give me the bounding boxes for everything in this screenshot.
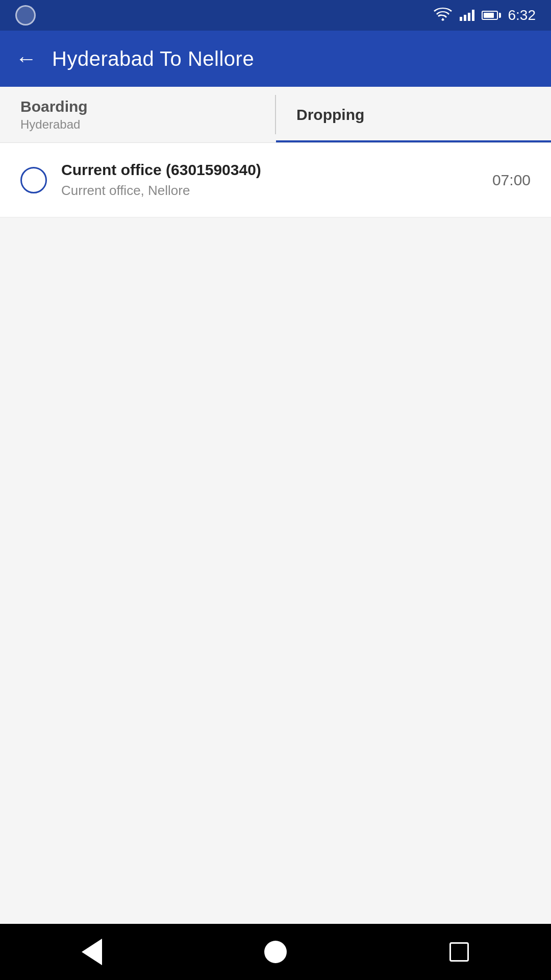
status-bar-left bbox=[15, 5, 36, 26]
status-bar-right: 6:32 bbox=[433, 7, 536, 24]
tab-dropping[interactable]: Dropping bbox=[276, 87, 551, 142]
battery-icon bbox=[482, 11, 501, 20]
radio-button[interactable] bbox=[20, 167, 47, 193]
tab-bar: Boarding Hyderabad Dropping bbox=[0, 87, 551, 143]
app-header: ← Hyderabad To Nellore bbox=[0, 31, 551, 87]
recents-square-icon bbox=[449, 942, 469, 962]
tab-boarding-label: Boarding bbox=[20, 98, 88, 115]
nav-recents-button[interactable] bbox=[445, 938, 473, 966]
dropping-point-info: Current office (6301590340) Current offi… bbox=[61, 161, 492, 199]
page-title: Hyderabad To Nellore bbox=[52, 47, 254, 70]
nav-home-button[interactable] bbox=[262, 938, 290, 966]
dropping-point-item[interactable]: Current office (6301590340) Current offi… bbox=[0, 143, 551, 217]
tab-boarding[interactable]: Boarding Hyderabad bbox=[0, 87, 275, 142]
dropping-point-time: 07:00 bbox=[492, 172, 531, 189]
nav-back-button[interactable] bbox=[78, 938, 106, 966]
status-bar: 6:32 bbox=[0, 0, 551, 31]
carrier-icon bbox=[15, 5, 36, 26]
status-time: 6:32 bbox=[508, 7, 536, 23]
home-circle-icon bbox=[264, 941, 287, 963]
tab-dropping-label: Dropping bbox=[296, 106, 364, 124]
back-button[interactable]: ← bbox=[15, 48, 37, 69]
dropping-point-name: Current office (6301590340) bbox=[61, 161, 492, 179]
dropping-points-list: Current office (6301590340) Current offi… bbox=[0, 143, 551, 217]
signal-icon bbox=[460, 10, 474, 21]
back-triangle-icon bbox=[82, 939, 102, 965]
dropping-point-address: Current office, Nellore bbox=[61, 183, 492, 199]
bottom-navigation bbox=[0, 924, 551, 980]
wifi-icon bbox=[433, 7, 453, 24]
tab-boarding-sublabel: Hyderabad bbox=[20, 117, 80, 132]
